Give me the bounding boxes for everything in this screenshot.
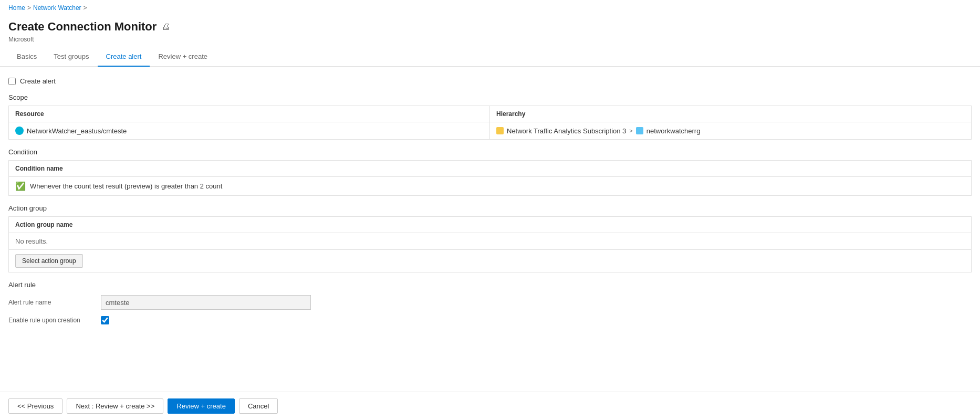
resource-col-header: Resource [9,106,490,122]
enable-rule-label: Enable rule upon creation [8,317,92,324]
action-group-btn-row: Select action group [9,250,971,272]
page-subtitle: Microsoft [0,36,980,47]
condition-box: Condition name ✅ Whenever the count test… [8,160,972,196]
print-icon[interactable]: 🖨 [162,22,170,32]
action-group-box: Action group name No results. Select act… [8,216,972,272]
action-group-title: Action group [8,204,972,212]
scope-section: Scope Resource Hierarchy NetworkWatcher_… [8,93,972,140]
breadcrumb-sep1: > [27,4,31,12]
create-alert-checkbox[interactable] [8,78,16,85]
alert-rule-name-label: Alert rule name [8,299,92,306]
alert-rule-name-input[interactable] [101,295,311,310]
scope-title: Scope [8,93,972,101]
breadcrumb-sep2: > [84,4,87,12]
tab-basics[interactable]: Basics [8,47,45,67]
hierarchy-rg: networkwatcherrg [647,127,701,135]
condition-section: Condition Condition name ✅ Whenever the … [8,148,972,196]
hierarchy-cell: Network Traffic Analytics Subscription 3… [490,122,971,139]
scope-table-header: Resource Hierarchy [9,106,971,122]
create-alert-label: Create alert [20,77,56,85]
enable-rule-row: Enable rule upon creation [8,316,972,324]
condition-check-icon: ✅ [15,181,26,191]
condition-value-row: ✅ Whenever the count test result (previe… [9,177,971,195]
breadcrumb-network-watcher[interactable]: Network Watcher [33,4,81,12]
tab-test-groups[interactable]: Test groups [45,47,97,67]
resource-icon [15,127,24,135]
page-title: Create Connection Monitor [8,20,157,34]
alert-rule-title: Alert rule [8,281,972,289]
condition-title: Condition [8,148,972,156]
resource-cell: NetworkWatcher_eastus/cmteste [9,122,490,139]
tabs-container: Basics Test groups Create alert Review +… [0,47,980,67]
condition-name-row: Condition name [9,161,971,177]
alert-rule-section: Alert rule Alert rule name Enable rule u… [8,281,972,324]
select-action-group-button[interactable]: Select action group [15,254,83,268]
breadcrumb-home[interactable]: Home [8,4,25,12]
resource-group-icon [636,127,643,134]
action-group-header: Action group name [9,217,971,233]
hierarchy-chevron: > [629,128,632,134]
action-group-section: Action group Action group name No result… [8,204,972,272]
enable-rule-checkbox[interactable] [101,316,109,324]
page-header: Create Connection Monitor 🖨 [0,16,980,36]
scope-table-row: NetworkWatcher_eastus/cmteste Network Tr… [9,122,971,139]
scope-table: Resource Hierarchy NetworkWatcher_eastus… [8,106,972,140]
tab-review-create[interactable]: Review + create [150,47,216,67]
create-alert-row: Create alert [8,77,972,85]
alert-rule-name-row: Alert rule name [8,295,972,310]
hierarchy-col-header: Hierarchy [490,106,971,122]
breadcrumb: Home > Network Watcher > [0,0,980,16]
hierarchy-subscription: Network Traffic Analytics Subscription 3 [507,127,626,135]
resource-value: NetworkWatcher_eastus/cmteste [27,127,127,135]
action-group-no-results: No results. [9,233,971,250]
subscription-icon [496,127,504,134]
tab-create-alert[interactable]: Create alert [98,47,150,67]
condition-value: Whenever the count test result (preview)… [30,182,222,190]
